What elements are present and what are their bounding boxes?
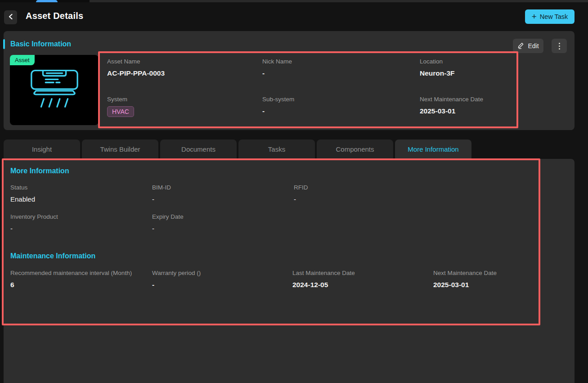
field-value: 2025-03-01 <box>433 281 497 289</box>
field-label: Location <box>420 58 455 65</box>
tab-more-information[interactable]: More Information <box>395 140 471 159</box>
field-value: - <box>152 195 171 203</box>
field-value: AC-PIP-PPA-0003 <box>107 69 165 77</box>
new-task-button[interactable]: + New Task <box>525 9 575 24</box>
asset-type-badge: Asset <box>10 55 35 65</box>
new-task-label: New Task <box>540 13 568 20</box>
field-value: - <box>152 281 201 289</box>
field-value: Enabled <box>10 195 35 203</box>
field-label: Next Maintenance Date <box>420 96 483 103</box>
field-label: System <box>107 96 134 103</box>
plus-icon: + <box>532 12 537 21</box>
chevron-left-icon <box>8 14 13 22</box>
field-rfid: RFID - <box>294 184 308 203</box>
field-asset-name: Asset Name AC-PIP-PPA-0003 <box>107 58 165 77</box>
field-value: - <box>262 107 294 115</box>
field-next-maintenance-date: Next Maintenance Date 2025-03-01 <box>420 96 483 115</box>
more-information-heading: More Information <box>10 167 69 175</box>
field-label: Asset Name <box>107 58 165 65</box>
field-label: BIM-ID <box>152 184 171 191</box>
field-value: - <box>10 225 58 232</box>
field-nick-name: Nick Name - <box>262 58 292 77</box>
field-location: Location Neuron-3F <box>420 58 455 77</box>
field-next-maintenance-date-2: Next Maintenance Date 2025-03-01 <box>433 270 497 289</box>
field-sub-system: Sub-system - <box>262 96 294 115</box>
asset-details-page: Asset Details + New Task Basic Informati… <box>0 0 588 383</box>
browser-tabstrip <box>0 0 588 2</box>
field-value: 2024-12-05 <box>292 281 355 289</box>
tab-twins-builder[interactable]: Twins Builder <box>82 140 158 159</box>
field-value: 6 <box>10 281 132 289</box>
field-label: Inventory Product <box>10 213 58 220</box>
asset-image: Asset <box>10 55 99 125</box>
field-last-maintenance-date: Last Maintenance Date 2024-12-05 <box>292 270 355 289</box>
field-label: Status <box>10 184 35 191</box>
pencil-icon <box>517 42 525 50</box>
field-label: Next Maintenance Date <box>433 270 497 276</box>
field-warranty-period: Warranty period () - <box>152 270 201 289</box>
maintenance-information-heading: Maintenance Information <box>10 252 95 260</box>
field-status: Status Enabled <box>10 184 35 203</box>
tab-tasks[interactable]: Tasks <box>238 140 315 159</box>
field-label: Last Maintenance Date <box>292 270 355 276</box>
field-value: - <box>262 69 292 77</box>
field-value: - <box>294 195 308 203</box>
kebab-icon <box>559 43 560 44</box>
field-value: 2025-03-01 <box>420 107 483 115</box>
field-label: Warranty period () <box>152 270 201 276</box>
active-browser-tab-indicator <box>36 0 58 2</box>
field-value: Neuron-3F <box>420 69 455 77</box>
field-inventory-product: Inventory Product - <box>10 213 58 232</box>
field-expiry-date: Expiry Date - <box>152 213 184 232</box>
tab-bar: Insight Twins Builder Documents Tasks Co… <box>4 140 471 159</box>
field-maintenance-interval: Recommended maintenance interval (Month)… <box>10 270 132 289</box>
tab-components[interactable]: Components <box>317 140 393 159</box>
back-button[interactable] <box>4 10 17 24</box>
field-bim-id: BIM-ID - <box>152 184 171 203</box>
basic-information-heading: Basic Information <box>10 40 71 48</box>
field-label: Sub-system <box>262 96 294 103</box>
field-label: RFID <box>294 184 308 191</box>
kebab-menu-button[interactable] <box>552 39 567 53</box>
edit-label: Edit <box>528 42 539 50</box>
tab-documents[interactable]: Documents <box>160 140 237 159</box>
field-system: System HVAC <box>107 96 134 117</box>
tab-insight[interactable]: Insight <box>4 140 80 159</box>
field-label: Recommended maintenance interval (Month) <box>10 270 132 276</box>
system-badge: HVAC <box>107 106 134 117</box>
air-conditioner-icon <box>28 68 81 112</box>
field-label: Expiry Date <box>152 213 184 220</box>
field-label: Nick Name <box>262 58 292 65</box>
section-accent-bar <box>3 39 5 49</box>
edit-button[interactable]: Edit <box>513 39 543 53</box>
field-value: - <box>152 225 184 232</box>
page-title: Asset Details <box>26 11 83 21</box>
